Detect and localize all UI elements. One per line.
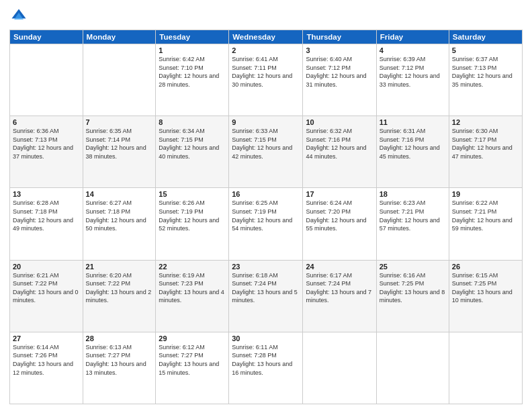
day-number: 19	[452, 190, 519, 198]
day-cell: 18Sunrise: 6:23 AM Sunset: 7:21 PM Dayli…	[376, 188, 449, 260]
day-cell: 3Sunrise: 6:40 AM Sunset: 7:12 PM Daylig…	[303, 44, 376, 116]
logo-icon	[9, 7, 28, 26]
day-cell: 7Sunrise: 6:35 AM Sunset: 7:14 PM Daylig…	[83, 116, 156, 188]
day-cell: 13Sunrise: 6:28 AM Sunset: 7:18 PM Dayli…	[10, 188, 83, 260]
day-cell: 28Sunrise: 6:13 AM Sunset: 7:27 PM Dayli…	[83, 332, 156, 404]
day-detail: Sunrise: 6:19 AM Sunset: 7:23 PM Dayligh…	[159, 271, 226, 305]
day-detail: Sunrise: 6:11 AM Sunset: 7:28 PM Dayligh…	[232, 343, 300, 377]
day-number: 2	[232, 46, 300, 54]
day-cell: 25Sunrise: 6:16 AM Sunset: 7:25 PM Dayli…	[376, 260, 449, 332]
day-detail: Sunrise: 6:39 AM Sunset: 7:12 PM Dayligh…	[380, 55, 446, 89]
week-row-2: 13Sunrise: 6:28 AM Sunset: 7:18 PM Dayli…	[10, 188, 523, 260]
day-cell: 6Sunrise: 6:36 AM Sunset: 7:13 PM Daylig…	[10, 116, 83, 188]
week-row-0: 1Sunrise: 6:42 AM Sunset: 7:10 PM Daylig…	[10, 44, 523, 116]
day-header-saturday: Saturday	[449, 30, 522, 44]
day-number: 27	[13, 334, 80, 342]
calendar-body: 1Sunrise: 6:42 AM Sunset: 7:10 PM Daylig…	[10, 44, 523, 404]
day-number: 7	[86, 118, 153, 126]
day-header-tuesday: Tuesday	[156, 30, 229, 44]
day-cell: 22Sunrise: 6:19 AM Sunset: 7:23 PM Dayli…	[156, 260, 229, 332]
day-cell	[303, 332, 376, 404]
day-cell: 17Sunrise: 6:24 AM Sunset: 7:20 PM Dayli…	[303, 188, 376, 260]
day-cell: 5Sunrise: 6:37 AM Sunset: 7:13 PM Daylig…	[449, 44, 522, 116]
day-cell: 29Sunrise: 6:12 AM Sunset: 7:27 PM Dayli…	[156, 332, 229, 404]
day-detail: Sunrise: 6:33 AM Sunset: 7:15 PM Dayligh…	[232, 127, 300, 161]
day-cell: 21Sunrise: 6:20 AM Sunset: 7:22 PM Dayli…	[83, 260, 156, 332]
day-cell: 2Sunrise: 6:41 AM Sunset: 7:11 PM Daylig…	[229, 44, 303, 116]
day-detail: Sunrise: 6:17 AM Sunset: 7:24 PM Dayligh…	[306, 271, 373, 305]
day-detail: Sunrise: 6:34 AM Sunset: 7:15 PM Dayligh…	[159, 127, 226, 161]
day-header-thursday: Thursday	[303, 30, 376, 44]
day-cell: 14Sunrise: 6:27 AM Sunset: 7:18 PM Dayli…	[83, 188, 156, 260]
day-number: 13	[13, 190, 80, 198]
day-number: 15	[159, 190, 226, 198]
day-number: 3	[306, 46, 373, 54]
day-cell: 12Sunrise: 6:30 AM Sunset: 7:17 PM Dayli…	[449, 116, 522, 188]
day-cell: 19Sunrise: 6:22 AM Sunset: 7:21 PM Dayli…	[449, 188, 522, 260]
day-cell: 8Sunrise: 6:34 AM Sunset: 7:15 PM Daylig…	[156, 116, 229, 188]
day-number: 11	[380, 118, 446, 126]
day-number: 6	[13, 118, 80, 126]
header-row: SundayMondayTuesdayWednesdayThursdayFrid…	[10, 30, 523, 44]
day-cell: 1Sunrise: 6:42 AM Sunset: 7:10 PM Daylig…	[156, 44, 229, 116]
day-cell: 9Sunrise: 6:33 AM Sunset: 7:15 PM Daylig…	[229, 116, 303, 188]
day-cell: 23Sunrise: 6:18 AM Sunset: 7:24 PM Dayli…	[229, 260, 303, 332]
day-cell: 26Sunrise: 6:15 AM Sunset: 7:25 PM Dayli…	[449, 260, 522, 332]
day-header-wednesday: Wednesday	[229, 30, 303, 44]
day-number: 5	[452, 46, 519, 54]
day-number: 18	[380, 190, 446, 198]
day-number: 14	[86, 190, 153, 198]
day-number: 8	[159, 118, 226, 126]
week-row-3: 20Sunrise: 6:21 AM Sunset: 7:22 PM Dayli…	[10, 260, 523, 332]
day-number: 24	[306, 263, 373, 271]
day-number: 22	[159, 263, 226, 271]
day-detail: Sunrise: 6:41 AM Sunset: 7:11 PM Dayligh…	[232, 55, 300, 89]
day-number: 28	[86, 334, 153, 342]
day-number: 23	[232, 263, 300, 271]
day-cell	[449, 332, 522, 404]
day-cell	[10, 44, 83, 116]
day-detail: Sunrise: 6:40 AM Sunset: 7:12 PM Dayligh…	[306, 55, 373, 89]
week-row-4: 27Sunrise: 6:14 AM Sunset: 7:26 PM Dayli…	[10, 332, 523, 404]
day-detail: Sunrise: 6:16 AM Sunset: 7:25 PM Dayligh…	[380, 271, 446, 305]
day-number: 1	[159, 46, 226, 54]
day-number: 26	[452, 263, 519, 271]
day-detail: Sunrise: 6:37 AM Sunset: 7:13 PM Dayligh…	[452, 55, 519, 89]
day-cell	[83, 44, 156, 116]
day-cell: 20Sunrise: 6:21 AM Sunset: 7:22 PM Dayli…	[10, 260, 83, 332]
day-detail: Sunrise: 6:23 AM Sunset: 7:21 PM Dayligh…	[380, 199, 446, 232]
page: SundayMondayTuesdayWednesdayThursdayFrid…	[0, 0, 532, 411]
day-cell: 24Sunrise: 6:17 AM Sunset: 7:24 PM Dayli…	[303, 260, 376, 332]
day-number: 30	[232, 334, 300, 342]
day-cell	[376, 332, 449, 404]
day-detail: Sunrise: 6:26 AM Sunset: 7:19 PM Dayligh…	[159, 199, 226, 232]
day-number: 20	[13, 263, 80, 271]
header	[9, 7, 523, 26]
week-row-1: 6Sunrise: 6:36 AM Sunset: 7:13 PM Daylig…	[10, 116, 523, 188]
day-cell: 10Sunrise: 6:32 AM Sunset: 7:16 PM Dayli…	[303, 116, 376, 188]
day-detail: Sunrise: 6:18 AM Sunset: 7:24 PM Dayligh…	[232, 271, 300, 305]
day-cell: 4Sunrise: 6:39 AM Sunset: 7:12 PM Daylig…	[376, 44, 449, 116]
day-detail: Sunrise: 6:25 AM Sunset: 7:19 PM Dayligh…	[232, 199, 300, 232]
day-header-friday: Friday	[376, 30, 449, 44]
day-header-monday: Monday	[83, 30, 156, 44]
day-cell: 16Sunrise: 6:25 AM Sunset: 7:19 PM Dayli…	[229, 188, 303, 260]
day-detail: Sunrise: 6:22 AM Sunset: 7:21 PM Dayligh…	[452, 199, 519, 232]
day-detail: Sunrise: 6:14 AM Sunset: 7:26 PM Dayligh…	[13, 343, 80, 377]
day-detail: Sunrise: 6:20 AM Sunset: 7:22 PM Dayligh…	[86, 271, 153, 305]
day-detail: Sunrise: 6:30 AM Sunset: 7:17 PM Dayligh…	[452, 127, 519, 161]
day-detail: Sunrise: 6:12 AM Sunset: 7:27 PM Dayligh…	[159, 343, 226, 377]
day-cell: 30Sunrise: 6:11 AM Sunset: 7:28 PM Dayli…	[229, 332, 303, 404]
day-number: 12	[452, 118, 519, 126]
day-number: 29	[159, 334, 226, 342]
day-number: 9	[232, 118, 300, 126]
day-cell: 27Sunrise: 6:14 AM Sunset: 7:26 PM Dayli…	[10, 332, 83, 404]
day-detail: Sunrise: 6:31 AM Sunset: 7:16 PM Dayligh…	[380, 127, 446, 161]
day-number: 17	[306, 190, 373, 198]
day-detail: Sunrise: 6:32 AM Sunset: 7:16 PM Dayligh…	[306, 127, 373, 161]
day-detail: Sunrise: 6:42 AM Sunset: 7:10 PM Dayligh…	[159, 55, 226, 89]
day-number: 21	[86, 263, 153, 271]
day-cell: 15Sunrise: 6:26 AM Sunset: 7:19 PM Dayli…	[156, 188, 229, 260]
calendar-table: SundayMondayTuesdayWednesdayThursdayFrid…	[9, 30, 523, 404]
day-detail: Sunrise: 6:35 AM Sunset: 7:14 PM Dayligh…	[86, 127, 153, 161]
